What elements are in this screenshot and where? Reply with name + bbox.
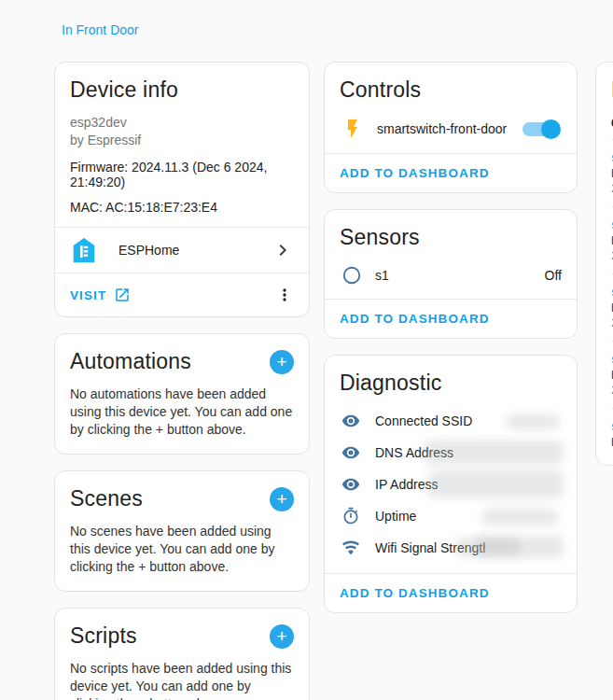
- visit-label: VISIT: [70, 288, 106, 302]
- wifi-icon: [341, 539, 360, 557]
- scenes-empty-text: No scenes have been added using this dev…: [70, 523, 294, 576]
- automations-empty-text: No automations have been added using thi…: [70, 385, 294, 439]
- controls-title: Controls: [340, 77, 562, 103]
- sensor-name: s1: [375, 268, 545, 283]
- scripts-card: Scripts + No scripts have been added usi…: [54, 608, 310, 700]
- device-model: esp32dev: [70, 114, 294, 132]
- entity-row-smartswitch[interactable]: smartswitch-front-door: [325, 105, 577, 153]
- chevron-right-icon: [272, 239, 294, 261]
- integration-row-esphome[interactable]: ESPHome: [55, 228, 309, 273]
- kebab-menu-icon[interactable]: [275, 286, 294, 304]
- column-left: Device info esp32dev by Espressif Firmwa…: [54, 62, 310, 700]
- eye-icon: [341, 475, 360, 494]
- breadcrumb-area-link[interactable]: In Front Door: [62, 22, 138, 37]
- logbook-card: L 6 sm by 21: sm by 21: sm by 21: sm: [595, 62, 613, 466]
- scripts-empty-text: No scripts have been added using this de…: [70, 660, 294, 700]
- diagnostic-row-ip-address[interactable]: IP Address: [325, 469, 577, 500]
- diagnostic-label: Uptime: [375, 509, 416, 524]
- diagnostic-card: Diagnostic Connected SSID DNS Address: [324, 355, 578, 613]
- diagnostic-row-dns-address[interactable]: DNS Address: [325, 437, 577, 469]
- entity-toggle[interactable]: [522, 122, 558, 136]
- eye-icon: [341, 443, 360, 462]
- redacted-value: [506, 414, 560, 429]
- automations-card: Automations + No automations have been a…: [54, 333, 310, 455]
- column-right: L 6 sm by 21: sm by 21: sm by 21: sm: [595, 62, 613, 466]
- circle-outline-icon: [341, 265, 362, 286]
- diagnostic-row-connected-ssid[interactable]: Connected SSID: [325, 405, 577, 437]
- device-manufacturer: by Espressif: [70, 132, 294, 149]
- redacted-value: [428, 470, 564, 498]
- add-automation-button[interactable]: +: [270, 350, 294, 374]
- automations-title: Automations: [70, 349, 191, 374]
- controls-card: Controls smartswitch-front-door ADD TO D…: [324, 62, 578, 193]
- diagnostic-label: Connected SSID: [375, 413, 472, 428]
- device-info-title: Device info: [70, 77, 294, 103]
- eye-icon: [341, 412, 360, 430]
- esphome-logo-icon: [70, 236, 98, 264]
- column-middle: Controls smartswitch-front-door ADD TO D…: [324, 62, 578, 613]
- device-mac: MAC: AC:15:18:E7:23:E4: [70, 200, 294, 215]
- device-info-card: Device info esp32dev by Espressif Firmwa…: [54, 62, 310, 317]
- redacted-value: [475, 536, 564, 558]
- visit-button[interactable]: VISIT: [70, 287, 131, 303]
- sensor-row-s1[interactable]: s1 Off: [325, 252, 577, 299]
- diagnostic-row-wifi-signal[interactable]: Wifi Signal Strength: [325, 532, 577, 564]
- diagnostic-row-uptime[interactable]: Uptime: [325, 500, 577, 532]
- integration-name: ESPHome: [118, 243, 272, 258]
- add-to-dashboard-button-sensors[interactable]: ADD TO DASHBOARD: [340, 312, 490, 326]
- open-in-new-icon: [114, 287, 131, 303]
- scripts-title: Scripts: [70, 623, 137, 649]
- cards-layout: Device info esp32dev by Espressif Firmwa…: [54, 62, 613, 700]
- timer-icon: [341, 507, 360, 525]
- add-scene-button[interactable]: +: [270, 487, 294, 511]
- add-to-dashboard-button-diagnostic[interactable]: ADD TO DASHBOARD: [340, 586, 490, 600]
- redacted-value: [481, 509, 558, 525]
- add-script-button[interactable]: +: [270, 624, 294, 649]
- device-firmware: Firmware: 2024.11.3 (Dec 6 2024, 21:49:2…: [70, 160, 294, 189]
- sensors-card: Sensors s1 Off ADD TO DASHBOARD: [324, 209, 578, 339]
- sensor-state: Off: [545, 268, 562, 283]
- entity-name: smartswitch-front-door: [377, 121, 522, 136]
- scenes-title: Scenes: [70, 486, 143, 511]
- diagnostic-title: Diagnostic: [340, 371, 562, 396]
- scenes-card: Scenes + No scenes have been added using…: [54, 470, 310, 592]
- add-to-dashboard-button-controls[interactable]: ADD TO DASHBOARD: [340, 166, 490, 180]
- flash-icon: [341, 118, 364, 140]
- redacted-value: [424, 441, 564, 465]
- sensors-title: Sensors: [340, 225, 562, 250]
